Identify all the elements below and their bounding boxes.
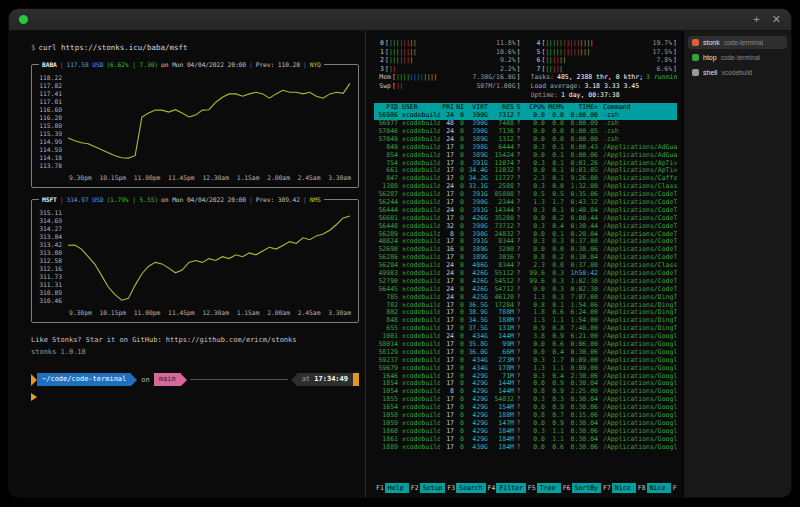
fkey-f6[interactable]: F6SortBy	[561, 483, 601, 493]
process-row[interactable]: 56977xcodebuild480390G7488?0.00.00:00.09…	[374, 120, 677, 128]
session-icon	[692, 39, 699, 46]
msft-chart: MSFT | 314.97 USD (1.79% | 5.55) on Mon …	[31, 199, 359, 323]
process-row[interactable]: 56244xcodebuild170390G2344?1.31.70:43.32…	[374, 199, 677, 207]
process-row[interactable]: 1889xcodebuild170430G184M?0.00.60:30.06/…	[374, 444, 677, 452]
column-header-mem[interactable]: MEM%	[545, 103, 564, 112]
process-row[interactable]: 849xcodebuild170398G6444?0.30.10:00.43/A…	[374, 144, 677, 152]
process-row[interactable]: 1646xcodebuild170429G71M?0.30.42:30.06/A…	[374, 373, 677, 381]
memory-meter: Mem[||||||||||||7.30G/16.0G]	[374, 73, 521, 82]
powerline-arrow-icon	[181, 374, 187, 386]
uptime-line: Uptime: 1 day, 00:37:38	[531, 91, 678, 100]
session-subtitle: xcodebuild	[721, 69, 752, 76]
process-row[interactable]: 40824xcodebuild170391G8344?0.30.30:37.00…	[374, 238, 677, 246]
cpu-meter-1: 1[||||||||10.6%]	[374, 48, 521, 57]
cpu-meter-5: 5[|||||||||||||17.5%]	[531, 48, 678, 57]
prompt-cursor[interactable]	[31, 393, 37, 401]
process-row[interactable]: 848xcodebuild17034.5G188M?1.31.11:54.00/…	[374, 317, 677, 325]
shell-prompt[interactable]: ~/code/code-terminal on main at 17:34:49	[31, 373, 359, 386]
column-header-ni[interactable]: NI	[454, 103, 464, 112]
session-item-htop[interactable]: htopcode-terminal	[688, 51, 787, 64]
process-row[interactable]: 847xcodebuild17034.2G11727?2.30.19:26.00…	[374, 175, 677, 183]
process-row[interactable]: 56287xcodebuild170391G85808?0.50.50:35.0…	[374, 191, 677, 199]
process-row[interactable]: 1855xcodebuild170429G54832?0.30.30:30.04…	[374, 396, 677, 404]
process-row[interactable]: 1388xcodebuild24033.1G2588?0.30.01:32.00…	[374, 183, 677, 191]
msft-chart-title: MSFT | 314.97 USD (1.79% | 5.55) on Mon …	[39, 196, 324, 204]
process-row[interactable]: 56289xcodebuild80390G24832?0.00.10:20.04…	[374, 231, 677, 239]
traffic-light-green[interactable]	[19, 15, 28, 24]
process-row[interactable]: 59237xcodebuild170434G273M?0.31.70:09.00…	[374, 357, 677, 365]
process-row[interactable]: 1854xcodebuild170429G144M?0.00.90:30.04/…	[374, 380, 677, 388]
process-row[interactable]: 52690xcodebuild160389G3200?0.00.00:30.06…	[374, 246, 677, 254]
fkey-f1[interactable]: F1Help	[374, 483, 409, 493]
process-row[interactable]: 782xcodebuild17036.5G17284?0.80.11:54.06…	[374, 302, 677, 310]
fkey-bar: F1HelpF2SetupF3SearchF4FilterF5TreeF6Sor…	[374, 483, 677, 493]
column-header-virt[interactable]: VIRT	[464, 103, 488, 112]
close-icon[interactable]: ✕	[772, 14, 781, 25]
session-item-shell[interactable]: shellxcodebuild	[688, 66, 787, 79]
session-item-stonk[interactable]: stonkcode-terminal	[688, 36, 787, 49]
cpu-meter-3: 3[||2.2%]	[374, 65, 521, 74]
process-row[interactable]: 56284xcodebuild240406G8344?2.30.00:37.00…	[374, 262, 677, 270]
session-subtitle: code-terminal	[724, 39, 763, 46]
htop-meter-column-left: 0[||||||||11.8%]1[||||||||10.6%]2[||||||…	[374, 39, 521, 99]
y-axis-labels: 315.11314.69314.27313.84313.42313.00312.…	[35, 209, 66, 305]
process-row[interactable]: 49983xcodebuild240426G55112?99.60.31h50:…	[374, 270, 677, 278]
fkey-f9[interactable]: F9Kill	[671, 483, 677, 493]
fkey-f4[interactable]: F4Filter	[486, 483, 526, 493]
process-row[interactable]: 56445xcodebuild240426G54712?0.00.30:02:3…	[374, 286, 677, 294]
column-header-s[interactable]: S	[514, 103, 523, 112]
process-row[interactable]: 1654xcodebuild170429G154M?0.00.90:30.06/…	[374, 404, 677, 412]
process-row[interactable]: 59679xcodebuild170434G178M?1.31.10:09.00…	[374, 365, 677, 373]
process-row[interactable]: 57049xcodebuild240389G1312?0.00.00:00.00…	[374, 136, 677, 144]
column-header-pri[interactable]: PRI	[440, 103, 454, 112]
process-row[interactable]: 1860xcodebuild170429G184M?0.31.10:30.06/…	[374, 428, 677, 436]
cpu-meter-7: 7[|||||6.6%]	[531, 65, 678, 74]
fkey-f3[interactable]: F3Search	[445, 483, 485, 493]
column-header-user[interactable]: USER	[398, 103, 440, 112]
process-row[interactable]: 1054xcodebuild80429G144M?0.80.92:25.00/A…	[374, 388, 677, 396]
process-row[interactable]: 58129xcodebuild17036.0G66M?0.00.40:30.06…	[374, 349, 677, 357]
session-list: stonkcode-terminalhtopcode-terminalshell…	[688, 36, 787, 79]
process-row[interactable]: 802xcodebuild17038.9G788M?1.80.66:24.00/…	[374, 309, 677, 317]
column-header-time[interactable]: TIME+	[564, 103, 598, 112]
prompt-fill-line	[190, 379, 288, 380]
prompt-path-segment: ~/code/code-terminal	[37, 373, 131, 386]
process-row[interactable]: 56448xcodebuild320390G73712?0.30.40:30.4…	[374, 223, 677, 231]
process-row[interactable]: 56286xcodebuild170389G3016?0.80.20:30.04…	[374, 254, 677, 262]
process-row[interactable]: 56986xcodebuild240390G7312?0.00.00:00.00…	[374, 112, 677, 120]
cpu-meter-0: 0[||||||||11.8%]	[374, 39, 521, 48]
fkey-f5[interactable]: F5Tree	[526, 483, 561, 493]
process-row[interactable]: 52790xcodebuild170426G54512?99.60.31:02:…	[374, 278, 677, 286]
fkey-f2[interactable]: F2Setup	[409, 483, 445, 493]
fkey-f7[interactable]: F7Nice -	[601, 483, 636, 493]
process-row[interactable]: 57046xcodebuild240390G7136?0.00.00:00.05…	[374, 128, 677, 136]
process-row[interactable]: 655xcodebuild17037.5G131M?0.90.87:40.00/…	[374, 325, 677, 333]
x-axis-labels: 9.30pm10.15pm11.00pm11.45pm12.30am1.15am…	[68, 170, 352, 186]
process-row[interactable]: 785xcodebuild240425G46120?1.30.37:07.00/…	[374, 294, 677, 302]
command-line: $curl https://stonks.icu/baba/msft	[31, 43, 359, 53]
process-table-header[interactable]: PIDUSERPRINIVIRTRESSCPU%MEM%TIME+Command	[374, 103, 677, 112]
process-row[interactable]: 661xcodebuild17034.4G11032?0.00.10:03.05…	[374, 167, 677, 175]
process-row[interactable]: 1861xcodebuild170429G184M?0.01.10:30.04/…	[374, 436, 677, 444]
fkey-f8[interactable]: F8Nice +	[636, 483, 671, 493]
new-tab-button[interactable]: +	[753, 14, 759, 25]
process-row[interactable]: 58014xcodebuild17035.8G99M?0.00.60:06.00…	[374, 341, 677, 349]
session-name: htop	[703, 54, 717, 61]
price-line-chart	[66, 209, 352, 305]
process-row[interactable]: 56444xcodebuild240391G14344?0.30.10:40.0…	[374, 207, 677, 215]
x-axis-labels: 9.30pm10.15pm11.00pm11.45pm12.30am1.15am…	[68, 305, 352, 321]
column-header-command[interactable]: Command	[598, 103, 677, 112]
htop-meter-column-right: 4[||||||||||||||19.7%]5[|||||||||||||17.…	[531, 39, 678, 99]
process-row[interactable]: 754xcodebuild170391G11074?0.30.10:01.26/…	[374, 160, 677, 168]
stonks-version-line: stonks 1.0.18	[31, 347, 359, 357]
column-header-cpu[interactable]: CPU%	[523, 103, 545, 112]
session-sidebar: stonkcode-terminalhtopcode-terminalshell…	[683, 31, 791, 497]
column-header-res[interactable]: RES	[488, 103, 514, 112]
process-row[interactable]: 1058xcodebuild170429G188M?0.80.70:15.06/…	[374, 412, 677, 420]
process-row[interactable]: 1001xcodebuild240434G144M?3.80.96:21.00/…	[374, 333, 677, 341]
process-row[interactable]: 854xcodebuild170389G15424?0.00.10:00.06/…	[374, 152, 677, 160]
process-row[interactable]: 56601xcodebuild170426G35280?0.00.20:00.4…	[374, 215, 677, 223]
process-row[interactable]: 1059xcodebuild170429G147M?0.00.90:30.04/…	[374, 420, 677, 428]
cpu-meter-4: 4[||||||||||||||19.7%]	[531, 39, 678, 48]
column-header-pid[interactable]: PID	[374, 103, 398, 112]
